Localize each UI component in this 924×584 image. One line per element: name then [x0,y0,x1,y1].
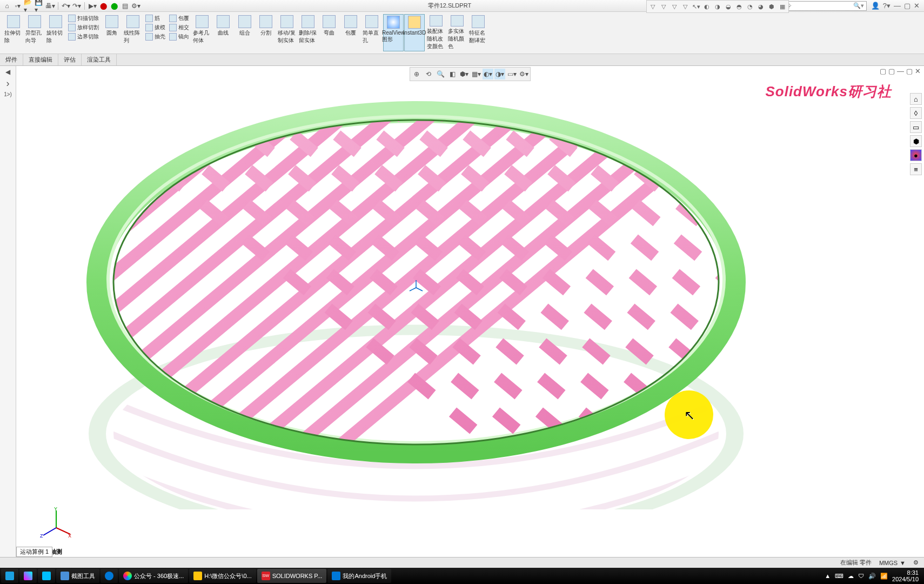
svg-line-39 [43,528,56,535]
taskbar-app[interactable] [1,569,18,583]
extruded-cut-button[interactable]: 拉伸切 除 [3,14,24,51]
split-button[interactable]: 分割 [256,14,276,51]
main-area: ◀ › 1>) SolidWorks研习社 ⊕ ⟲ 🔍 ◧ ⬢▾ ▦▾ ◐▾ ◑… [0,66,924,557]
separator [58,2,58,10]
reference-geometry-button[interactable]: 参考几 何体 [192,14,212,51]
maximize-icon[interactable]: ▢ [904,2,910,10]
quick-access-toolbar: ⌂ ▫▾ 📂▾ 💾▾ 🖶▾ ↶▾ ↷▾ ▶▾ ⬤ ⬤ ▤ ⚙▾ [0,1,140,11]
units-selector[interactable]: MMGS ▼ [879,560,906,566]
panel-text: 1>) [4,91,12,97]
tray-icon[interactable]: 🔊 [868,573,876,580]
doc-minimize-icon[interactable]: — [897,67,904,75]
taskbar-browser[interactable]: 公众号 - 360极速... [119,569,188,583]
delete-keep-button[interactable]: 删除/保 留实体 [298,14,318,51]
taskbar-app[interactable] [101,569,118,583]
system-tray: ▲ ⌨ ☁ 🛡 🔊 📶 8:312024/5/10 [825,569,923,582]
model-rendering [38,66,794,509]
resources-icon[interactable]: ⌂ [910,93,922,105]
rib-button[interactable]: 筋 [144,14,167,23]
draft-button[interactable]: 拔模 [144,23,167,32]
graphics-viewport[interactable]: SolidWorks研习社 ⊕ ⟲ 🔍 ◧ ⬢▾ ▦▾ ◐▾ ◑▾ ▭▾ ⚙▾ … [16,66,924,557]
taskbar-app[interactable] [19,569,37,583]
tray-icon[interactable]: ☁ [848,573,854,580]
taskbar-explorer[interactable]: H:\微信公众号\0... [189,569,256,583]
fillet-button[interactable]: 圆角 [102,14,122,51]
wrap-button[interactable]: 包覆 [168,14,191,23]
document-window-controls: ▢ ▢ — ▢ ✕ [880,67,921,75]
tab-evaluate[interactable]: 评估 [58,54,82,65]
undo-icon[interactable]: ↶▾ [61,1,71,11]
tab-weldments[interactable]: 焊件 [0,54,23,65]
taskbar-phone[interactable]: 我的Android手机 [327,569,391,583]
print-icon[interactable]: 🖶▾ [45,1,55,11]
design-library-icon[interactable]: ◊ [910,107,922,119]
taskbar-solidworks[interactable]: SWSOLIDWORKS P... [257,569,327,583]
assembly-color-button[interactable]: 装配体 随机改 变颜色 [426,14,446,51]
taskbar-app[interactable] [38,569,55,583]
shell-button[interactable]: 抽壳 [144,32,167,41]
open-icon[interactable]: 📂▾ [24,1,34,11]
status-gear-icon[interactable]: ⚙ [913,559,919,566]
home-icon[interactable]: ⌂ [2,1,12,11]
motion-study-tab[interactable]: 运动算例 1 [16,547,52,557]
svg-line-34 [410,288,416,291]
intersect-button[interactable]: 相交 [168,23,191,32]
svg-text:Z: Z [40,533,43,539]
tray-icon[interactable]: 📶 [880,573,888,580]
multibody-color-button[interactable]: 多实体 随机颜 色 [447,14,467,51]
selection-filter-toolbar: ▽▽▽▽ ↖▾ ◐◑◒◓◔◕⬢▦ [646,12,789,13]
close-icon[interactable]: ✕ [914,2,920,10]
select-icon[interactable]: ▶▾ [88,1,97,11]
file-explorer-icon[interactable]: ▭ [910,121,922,133]
panel-expand-icon[interactable]: ◀ [5,68,10,76]
swept-cut-button[interactable]: 扫描切除 [66,14,101,23]
boundary-cut-button[interactable]: 边界切除 [66,32,101,41]
doc-new-window-icon[interactable]: ▢ [880,67,886,75]
window-controls: 👤 ?▾ — ▢ ✕ [867,2,924,10]
move-copy-button[interactable]: 移动/复 制实体 [277,14,297,51]
tab-direct-edit[interactable]: 直接编辑 [23,54,58,65]
user-icon[interactable]: 👤 [871,2,880,10]
new-icon[interactable]: ▫▾ [13,1,23,11]
curves-button[interactable]: 曲线 [213,14,233,51]
svg-text:Y: Y [54,506,57,512]
revolved-cut-button[interactable]: 旋转切 除 [45,14,66,51]
status-bar: 在编辑 零件 MMGS ▼ ⚙ [0,557,924,568]
doc-tile-icon[interactable]: ▢ [888,67,895,75]
appearances-icon[interactable]: ● [910,149,922,161]
orientation-triad[interactable]: Y X Z [40,506,72,539]
flex-button[interactable]: 弯曲 [319,14,339,51]
simple-hole-button[interactable]: 简单直 孔 [361,14,382,51]
save-icon[interactable]: 💾▾ [35,1,44,11]
doc-close-icon[interactable]: ✕ [915,67,921,75]
combine-button[interactable]: 组合 [235,14,255,51]
taskbar-snipping[interactable]: 截图工具 [56,569,99,583]
minimize-icon[interactable]: — [894,2,901,10]
options-icon[interactable]: ▤ [120,1,130,11]
settings-icon[interactable]: ⚙▾ [131,1,140,11]
doc-maximize-icon[interactable]: ▢ [906,67,913,75]
task-pane: ⌂ ◊ ▭ ⬢ ● ≡ [910,93,922,175]
clock[interactable]: 8:312024/5/10 [892,569,919,582]
rebuild-icon[interactable]: ⬤ [109,1,119,11]
realview-button[interactable]: RealView 图形 [383,14,404,51]
feature-manager-panel: ◀ › 1>) [0,66,16,557]
help-icon[interactable]: ?▾ [883,2,890,10]
tab-render-tools[interactable]: 渲染工具 [82,54,117,65]
linear-pattern-button[interactable]: 线性阵 列 [123,14,143,51]
view-palette-icon[interactable]: ⬢ [910,135,922,147]
record-icon[interactable]: ⬤ [98,1,108,11]
panel-item[interactable]: › [6,78,10,89]
redo-icon[interactable]: ↷▾ [72,1,82,11]
mirror-button[interactable]: 镜向 [168,32,191,41]
lofted-cut-button[interactable]: 放样切割 [66,23,101,32]
custom-properties-icon[interactable]: ≡ [910,163,922,175]
instant3d-button[interactable]: Instant3D [404,14,425,51]
search-dropdown-icon[interactable]: 🔍▾ [853,2,864,9]
hole-wizard-button[interactable]: 异型孔 向导 [24,14,45,51]
wrap2-button[interactable]: 包覆 [340,14,361,51]
tray-icon[interactable]: 🛡 [858,573,864,579]
translate-macro-button[interactable]: 特征名 翻译宏 [468,14,488,51]
tray-icon[interactable]: ▲ [825,573,831,579]
tray-icon[interactable]: ⌨ [835,573,843,580]
